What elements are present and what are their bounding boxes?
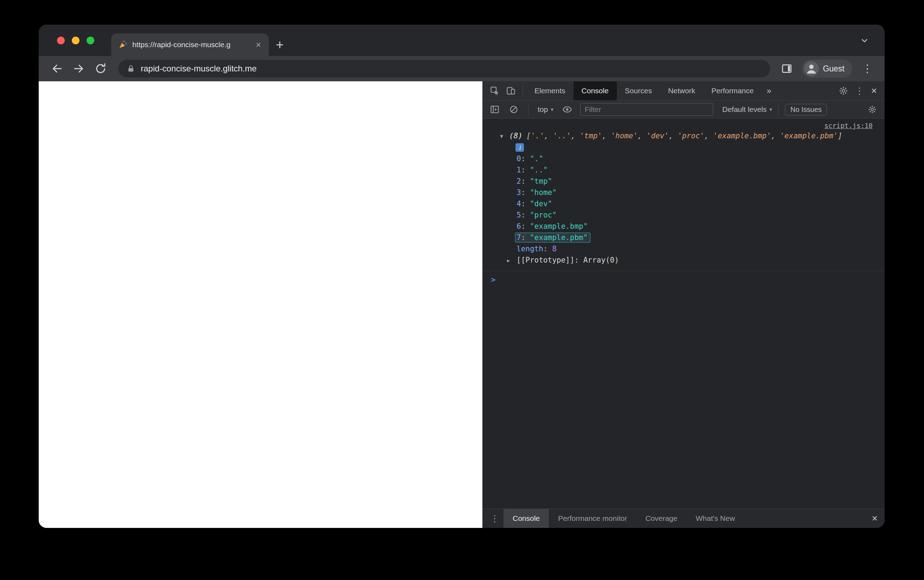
array-preview[interactable]: ▼ (8)['.', '..', 'tmp', 'home', 'dev', '… (482, 130, 873, 141)
entry-value: "example.pbm" (530, 233, 588, 242)
address-bar[interactable]: rapid-concise-muscle.glitch.me (118, 60, 770, 77)
preview-item: '.' (531, 132, 544, 140)
length-label: length (516, 245, 543, 253)
info-icon[interactable]: i (515, 143, 524, 152)
console-sidebar-button[interactable] (487, 101, 503, 117)
minimize-window-button[interactable] (72, 36, 79, 44)
preview-separator: , (544, 132, 553, 140)
devtools-tab-network[interactable]: Network (660, 81, 704, 100)
drawer-menu-button[interactable]: ⋮ (486, 514, 503, 523)
disclosure-open-icon[interactable]: ▼ (500, 131, 503, 142)
entry-value: "proc" (530, 211, 557, 219)
filter-input[interactable] (580, 103, 713, 116)
profile-chip[interactable]: Guest (802, 59, 852, 78)
devtools-tab-console[interactable]: Console (574, 81, 617, 100)
side-panel-icon (781, 63, 792, 74)
entry-colon: : (521, 188, 530, 197)
browser-menu-button[interactable]: ⋮ (859, 63, 875, 74)
side-panel-button[interactable] (779, 61, 795, 77)
entry-colon: : (521, 166, 530, 174)
array-entry[interactable]: 1: ".." (516, 164, 873, 176)
devtools-tab-sources[interactable]: Sources (617, 81, 660, 100)
prototype-row[interactable]: ▶ [[Prototype]]: Array(0) (482, 254, 873, 266)
array-length-row: length: 8 (482, 243, 873, 254)
dropdown-arrow-icon: ▾ (551, 106, 554, 113)
issues-badge[interactable]: No Issues (785, 104, 827, 115)
drawer-close-button[interactable]: × (868, 514, 881, 523)
entry-index: 4 (516, 199, 521, 208)
array-entry[interactable]: 4: "dev" (516, 198, 873, 209)
inspect-cursor-icon (490, 86, 500, 96)
drawer-tab-console[interactable]: Console (503, 509, 549, 528)
gear-icon (839, 86, 848, 96)
tab-close-icon[interactable]: × (255, 40, 262, 49)
devtools-tab-performance[interactable]: Performance (704, 81, 762, 100)
device-toolbar-button[interactable] (503, 83, 519, 99)
chevron-down-icon (860, 36, 869, 45)
gear-icon (868, 105, 877, 114)
devtools-tabbar-tabs: ElementsConsoleSourcesNetworkPerformance (526, 81, 762, 100)
drawer-tab-coverage[interactable]: Coverage (636, 509, 687, 528)
entry-content: 4: "dev" (516, 199, 552, 208)
zoom-window-button[interactable] (87, 36, 94, 44)
clear-console-button[interactable] (506, 101, 522, 117)
devtools-panel: ElementsConsoleSourcesNetworkPerformance… (482, 81, 885, 528)
guest-label: Guest (823, 64, 845, 74)
console-prompt[interactable]: > (482, 271, 885, 284)
devtools-tab-elements[interactable]: Elements (526, 81, 574, 100)
entry-value: ".." (530, 166, 548, 174)
tab-strip: https://rapid-concise-muscle.g × + (39, 25, 885, 56)
browser-tab[interactable]: https://rapid-concise-muscle.g × (111, 33, 269, 56)
drawer-tab-what-s-new[interactable]: What's New (687, 509, 744, 528)
prototype-label: [[Prototype]] (516, 256, 574, 264)
array-entry[interactable]: 0: "." (516, 153, 873, 164)
close-window-button[interactable] (57, 36, 65, 44)
array-entry[interactable]: 3: "home" (516, 187, 873, 198)
device-toolbar-icon (506, 86, 516, 96)
entry-index: 5 (516, 211, 521, 219)
back-arrow-icon (51, 62, 63, 75)
entry-index: 3 (516, 188, 521, 197)
info-badge-row: i (482, 142, 873, 153)
preview-separator: , (771, 132, 780, 140)
tab-title: https://rapid-concise-muscle.g (132, 41, 250, 49)
prototype-value: Array(0) (584, 256, 619, 264)
array-entry[interactable]: 6: "example.bmp" (516, 221, 873, 232)
array-entry[interactable]: 5: "proc" (516, 209, 873, 221)
devtools-settings-button[interactable] (835, 83, 852, 99)
array-entry[interactable]: 2: "tmp" (516, 176, 873, 187)
context-selector[interactable]: top ▾ (535, 105, 556, 114)
new-tab-button[interactable]: + (276, 33, 284, 56)
devtools-close-button[interactable]: × (868, 86, 880, 96)
forward-button[interactable] (70, 59, 88, 78)
entry-index: 7 (516, 233, 521, 242)
preview-item: '..' (553, 132, 571, 140)
entry-content: 6: "example.bmp" (516, 222, 588, 231)
console-settings-button[interactable] (864, 101, 880, 117)
source-link[interactable]: script.js:10 (824, 122, 873, 130)
browser-toolbar: rapid-concise-muscle.glitch.me Guest ⋮ (39, 56, 885, 81)
array-preview-items: '.', '..', 'tmp', 'home', 'dev', 'proc',… (531, 132, 838, 140)
preview-item: 'home' (611, 132, 638, 140)
drawer-tab-performance-monitor[interactable]: Performance monitor (549, 509, 636, 528)
lock-icon[interactable] (127, 64, 135, 73)
dropdown-arrow-icon: ▾ (769, 106, 772, 113)
log-levels-selector[interactable]: Default levels ▾ (722, 105, 772, 114)
eye-icon (562, 104, 572, 114)
console-message: script.js:10 ▼ (8)['.', '..', 'tmp', 'ho… (482, 119, 885, 271)
length-colon: : (543, 245, 552, 253)
live-expression-button[interactable] (559, 101, 575, 117)
more-tabs-button[interactable]: » (762, 86, 776, 96)
back-button[interactable] (48, 59, 66, 78)
entry-colon: : (521, 177, 530, 186)
bracket-close: ] (838, 132, 842, 140)
tab-favicon-party-icon (118, 40, 127, 49)
reload-button[interactable] (92, 59, 110, 78)
tab-search-button[interactable] (860, 25, 869, 56)
inspect-element-button[interactable] (487, 83, 503, 99)
devtools-menu-button[interactable]: ⋮ (852, 83, 868, 99)
array-entry[interactable]: 7: "example.pbm" (516, 232, 873, 243)
forward-arrow-icon (72, 62, 85, 75)
disclosure-closed-icon[interactable]: ▶ (507, 255, 510, 266)
entry-colon: : (521, 222, 530, 231)
